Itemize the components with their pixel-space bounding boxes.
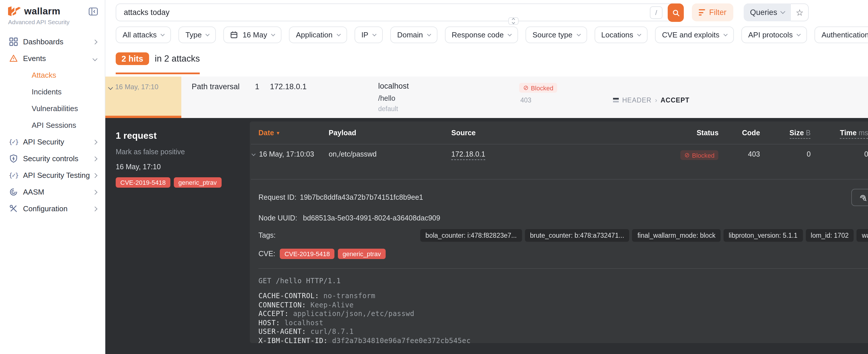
calendar-icon: [230, 31, 238, 38]
mark-false-positive-link[interactable]: Mark as false positive: [116, 148, 244, 156]
filter-chip-source-type[interactable]: Source type: [526, 27, 587, 43]
sidebar-item-label: Dashboards: [23, 37, 93, 46]
request-payload: on,/etc/passwd: [329, 150, 451, 158]
detail-summary-column: 1 request Mark as false positive 16 May,…: [105, 118, 250, 354]
chevron-right-icon: [93, 173, 98, 178]
attack-source-ip: 172.18.0.1: [270, 76, 378, 118]
favorite-star-button[interactable]: ☆: [791, 3, 809, 21]
attacks-count-text: in 2 attacks: [155, 54, 200, 64]
star-icon: ☆: [796, 7, 804, 18]
wallarm-logo-icon: [8, 6, 21, 16]
sidebar-item-security-controls[interactable]: Security controls: [0, 150, 105, 167]
column-status: Status: [650, 129, 719, 137]
sidebar-item-events[interactable]: Events: [0, 50, 105, 67]
filter-chip-cve-exploits[interactable]: CVE and exploits: [655, 27, 734, 43]
filter-chip-ip[interactable]: IP: [354, 27, 383, 43]
results-summary: 2 hits in 2 attacks Sort by latest hit: [105, 43, 868, 74]
brand-subtitle: Advanced API Security: [0, 17, 105, 25]
braces-check-icon: {✓}: [9, 137, 18, 146]
blocked-icon: ⊘: [523, 84, 528, 92]
sidebar-item-configuration[interactable]: Configuration: [0, 200, 105, 217]
filter-chip-locations[interactable]: Locations: [594, 27, 648, 43]
search-button[interactable]: [668, 3, 684, 22]
main-content: / Filter Queries ☆: [105, 0, 868, 354]
request-count: 1 request: [116, 131, 244, 141]
filter-chip-application[interactable]: Application: [289, 27, 347, 43]
tag-chip[interactable]: brute_counter: b:478:a732471...: [525, 229, 629, 242]
sidebar-item-incidents[interactable]: Incidents: [0, 84, 105, 100]
request-id-label: Request ID:: [258, 193, 297, 201]
explore-api-sessions-button[interactable]: Explore in API Sessions: [851, 189, 868, 206]
attack-date-cell[interactable]: 16 May, 17:10: [105, 76, 181, 118]
tag-chip[interactable]: bola_counter: i:478:f82823e7...: [420, 229, 522, 242]
filter-chip-authentication[interactable]: Authentication: [814, 27, 868, 43]
attack-application: default: [378, 106, 519, 112]
cve-chip[interactable]: CVE-2019-5418: [116, 177, 170, 188]
param-name: ACCEPT: [660, 97, 689, 104]
request-code: 403: [719, 150, 760, 158]
brand-name: wallarm: [24, 6, 60, 17]
attack-path: /hello: [378, 95, 519, 102]
request-id-value: 19b7bc8ddfa43a72b7b74151fc8b9ee1: [300, 193, 423, 201]
request-details: Request ID:19b7bc8ddfa43a72b7b74151fc8b9…: [251, 189, 868, 345]
raw-request-section: GET /hello HTTP/1.1 CACHE-CONTROL: no-tr…: [258, 277, 868, 345]
sidebar-item-dashboards[interactable]: Dashboards: [0, 33, 105, 50]
collapse-sidebar-icon[interactable]: [89, 7, 98, 15]
blocked-status-badge: ⊘ Blocked: [519, 83, 557, 93]
search-icon: [672, 9, 680, 17]
attack-domain: localhost: [378, 82, 519, 90]
search-input[interactable]: [116, 8, 617, 17]
hits-tab[interactable]: 2 hits in 2 attacks: [116, 53, 200, 74]
tag-chip[interactable]: final_wallarm_mode: block: [632, 229, 721, 242]
chevron-down-icon[interactable]: [251, 152, 255, 156]
braces-check-icon: {✓}: [9, 171, 18, 180]
request-source-link[interactable]: 172.18.0.1: [451, 150, 485, 160]
collapse-filters-handle[interactable]: [508, 17, 519, 25]
cve-chip[interactable]: generic_ptrav: [174, 177, 221, 188]
column-code: Code: [719, 129, 760, 137]
sidebar-item-api-sessions[interactable]: API Sessions: [0, 117, 105, 133]
active-row-indicator: [105, 116, 181, 118]
cve-chip[interactable]: CVE-2019-5418: [280, 249, 334, 259]
filter-chip-date[interactable]: 16 May: [224, 27, 281, 43]
column-size: Size B: [760, 129, 811, 137]
slash-shortcut-hint: /: [650, 6, 662, 19]
sidebar-item-api-security-testing[interactable]: {✓} API Security Testing: [0, 167, 105, 184]
filter-button[interactable]: Filter: [692, 3, 733, 21]
chevron-right-icon: [93, 156, 98, 161]
tag-chip[interactable]: lom_id: 1702: [806, 229, 854, 242]
sidebar-item-api-security[interactable]: {✓} API Security: [0, 133, 105, 150]
node-uuid-value: bd68513a-5e03-4991-8024-a36408dac909: [303, 214, 440, 222]
tag-chip[interactable]: libproton_version: 5.1.1: [723, 229, 803, 242]
chevron-down-icon: [780, 9, 785, 14]
chevron-right-icon: [93, 139, 98, 144]
sidebar-item-label: Events: [23, 54, 93, 63]
http-request-block: GET /hello HTTP/1.1 CACHE-CONTROL: no-tr…: [258, 277, 470, 345]
sidebar-item-label: AASM: [23, 188, 93, 196]
chevron-down-icon: [108, 85, 113, 90]
attack-hit-count: 1: [255, 76, 270, 118]
tag-chip[interactable]: wallarm_mode: block: [857, 229, 868, 242]
column-date[interactable]: Date▼: [251, 129, 329, 137]
detail-date: 16 May, 17:10: [116, 163, 244, 171]
chevron-right-icon: [93, 206, 98, 211]
requests-table-header: Date▼ Payload Source Status Code Size B …: [251, 122, 868, 144]
filter-chip-response-code[interactable]: Response code: [445, 27, 518, 43]
sidebar-item-attacks[interactable]: Attacks: [0, 67, 105, 84]
chevron-right-icon: [93, 190, 98, 195]
sidebar-item-label: Configuration: [23, 204, 93, 213]
blocked-status-badge: ⊘Blocked: [680, 150, 719, 160]
top-bar: / Filter Queries ☆: [105, 0, 868, 21]
attack-row[interactable]: 16 May, 17:10 Path traversal 1 172.18.0.…: [105, 76, 868, 118]
request-row[interactable]: 16 May, 17:10:03 on,/etc/passwd 172.18.0…: [251, 144, 868, 179]
filter-chip-domain[interactable]: Domain: [390, 27, 437, 43]
tags-list: bola_counter: i:478:f82823e7... brute_co…: [420, 229, 868, 242]
filter-chip-type[interactable]: Type: [179, 27, 216, 43]
sidebar-item-vulnerabilities[interactable]: Vulnerabilities: [0, 100, 105, 117]
cve-chip[interactable]: generic_ptrav: [338, 249, 385, 259]
filter-chip-all-attacks[interactable]: All attacks: [116, 27, 171, 43]
sidebar-item-aasm[interactable]: AASM: [0, 184, 105, 200]
tools-icon: [9, 204, 18, 213]
queries-button[interactable]: Queries: [744, 3, 791, 21]
filter-chip-api-protocols[interactable]: API protocols: [741, 27, 807, 43]
